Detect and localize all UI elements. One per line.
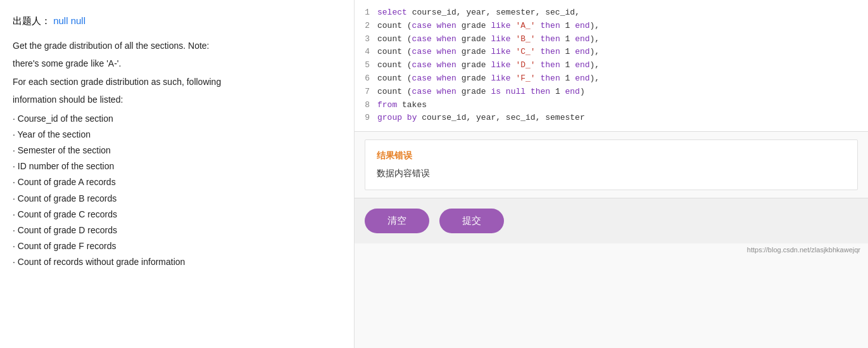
description: Get the grade distribution of all the se… bbox=[13, 39, 341, 270]
list-item: · Count of grade F records bbox=[13, 238, 341, 254]
author-line: 出题人： null null bbox=[13, 15, 341, 27]
line-num: 7 bbox=[355, 86, 377, 99]
list-item: · Count of grade D records bbox=[13, 222, 341, 238]
desc-line-3: information should be listed: bbox=[13, 93, 341, 106]
line-num: 8 bbox=[355, 99, 377, 112]
code-content: count (case when grade like 'B_' then 1 … bbox=[377, 33, 600, 46]
code-line-9: 9 group by course_id, year, sec_id, seme… bbox=[355, 112, 868, 125]
line-num: 2 bbox=[355, 20, 377, 33]
list-item: · Year of the section bbox=[13, 127, 341, 143]
code-content: group by course_id, year, sec_id, semest… bbox=[377, 112, 585, 125]
code-content: count (case when grade is null then 1 en… bbox=[377, 86, 585, 99]
list-item: · Course_id of the section bbox=[13, 111, 341, 127]
footer-link: https://blog.csdn.net/zlasjkbhkawejqr bbox=[355, 243, 868, 256]
result-error-title: 结果错误 bbox=[377, 150, 846, 162]
code-line-8: 8 from takes bbox=[355, 99, 868, 112]
code-content: count (case when grade like 'F_' then 1 … bbox=[377, 72, 600, 86]
line-num: 4 bbox=[355, 46, 377, 59]
line-num: 3 bbox=[355, 33, 377, 46]
author-label: 出题人： bbox=[13, 15, 51, 26]
code-content: from takes bbox=[377, 99, 427, 112]
result-area: 结果错误 数据内容错误 bbox=[365, 139, 858, 190]
author-value: null null bbox=[53, 15, 85, 26]
list-item: · Count of records without grade informa… bbox=[13, 254, 341, 270]
list-item: · Count of grade C records bbox=[13, 207, 341, 222]
code-line-4: 4 count (case when grade like 'C_' then … bbox=[355, 46, 868, 59]
code-editor[interactable]: 1 select course_id, year, semester, sec_… bbox=[355, 0, 868, 132]
code-line-2: 2 count (case when grade like 'A_' then … bbox=[355, 20, 868, 33]
list-item: · Count of grade B records bbox=[13, 191, 341, 207]
line-num: 1 bbox=[355, 6, 377, 20]
code-line-5: 5 count (case when grade like 'D_' then … bbox=[355, 59, 868, 72]
code-line-6: 6 count (case when grade like 'F_' then … bbox=[355, 72, 868, 86]
list-item: · Semester of the section bbox=[13, 143, 341, 158]
right-panel: 1 select course_id, year, semester, sec_… bbox=[355, 0, 868, 348]
result-error-message: 数据内容错误 bbox=[377, 168, 846, 179]
bullet-list: · Course_id of the section · Year of the… bbox=[13, 111, 341, 271]
code-line-7: 7 count (case when grade is null then 1 … bbox=[355, 86, 868, 99]
code-line-3: 3 count (case when grade like 'B_' then … bbox=[355, 33, 868, 46]
code-content: count (case when grade like 'A_' then 1 … bbox=[377, 20, 600, 33]
buttons-area: 清空 提交 bbox=[355, 198, 868, 243]
line-num: 5 bbox=[355, 59, 377, 72]
code-line-1: 1 select course_id, year, semester, sec_… bbox=[355, 6, 868, 20]
code-content: count (case when grade like 'D_' then 1 … bbox=[377, 59, 600, 72]
code-lines: 1 select course_id, year, semester, sec_… bbox=[355, 6, 868, 125]
desc-line-0: Get the grade distribution of all the se… bbox=[13, 39, 341, 53]
code-content: select course_id, year, semester, sec_id… bbox=[377, 6, 580, 20]
code-content: count (case when grade like 'C_' then 1 … bbox=[377, 46, 600, 59]
submit-button[interactable]: 提交 bbox=[439, 209, 504, 233]
line-num: 9 bbox=[355, 112, 377, 125]
list-item: · ID number of the section bbox=[13, 158, 341, 174]
desc-line-2: For each section grade distribution as s… bbox=[13, 75, 341, 89]
clear-button[interactable]: 清空 bbox=[365, 209, 429, 233]
desc-line-1: there's some grade like 'A-'. bbox=[13, 56, 341, 70]
line-num: 6 bbox=[355, 72, 377, 86]
left-panel: 出题人： null null Get the grade distributio… bbox=[0, 0, 355, 348]
list-item: · Count of grade A records bbox=[13, 174, 341, 190]
